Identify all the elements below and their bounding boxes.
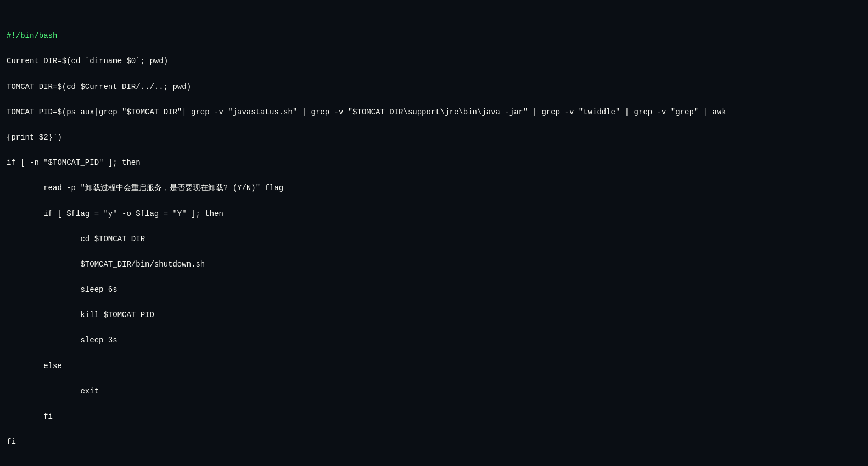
line-fi2: fi (7, 410, 861, 423)
line-shebang: #!/bin/bash (7, 30, 861, 42)
line-kill: kill $TOMCAT_PID (7, 309, 861, 321)
line-sleep3: sleep 3s (7, 334, 861, 347)
line-if2: if [ $flag = "y" -o $flag = "Y" ]; then (7, 208, 861, 220)
line-tomcat-dir: TOMCAT_DIR=$(cd $Current_DIR/../..; pwd) (7, 81, 861, 93)
line-read-flag: read -p "卸载过程中会重启服务，是否要现在卸载? (Y/N)" flag (7, 182, 861, 195)
shebang-text: #!/bin/bash (7, 31, 57, 40)
line-tomcat-pid1: TOMCAT_PID=$(ps aux|grep "$TOMCAT_DIR"| … (7, 106, 861, 119)
line-else: else (7, 360, 861, 373)
code-content: #!/bin/bash Current_DIR=$(cd `dirname $0… (7, 4, 861, 466)
line-tomcat-pid2: {print $2}`) (7, 131, 861, 144)
line-cd-tomcat: cd $TOMCAT_DIR (7, 233, 861, 246)
terminal-window: #!/bin/bash Current_DIR=$(cd `dirname $0… (0, 0, 868, 466)
line-blank1 (7, 461, 861, 466)
line-sleep6: sleep 6s (7, 284, 861, 296)
line-fi1: fi (7, 436, 861, 448)
line-shutdown: $TOMCAT_DIR/bin/shutdown.sh (7, 258, 861, 271)
line-current-dir: Current_DIR=$(cd `dirname $0`; pwd) (7, 55, 861, 68)
line-if1: if [ -n "$TOMCAT_PID" ]; then (7, 157, 861, 169)
line-exit: exit (7, 385, 861, 398)
